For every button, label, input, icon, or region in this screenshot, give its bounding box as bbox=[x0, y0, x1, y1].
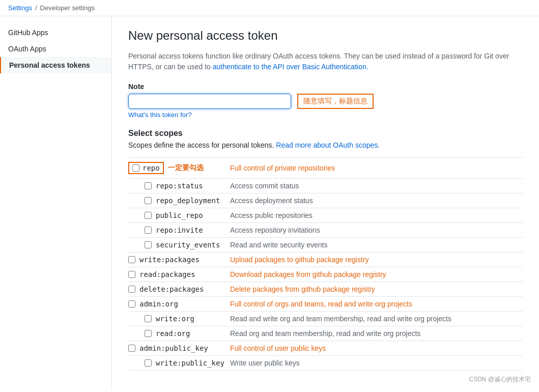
scope-name-admin-public-key: admin:public_key bbox=[139, 344, 208, 352]
checkbox-security-events[interactable] bbox=[145, 241, 152, 248]
must-check-label: 一定要勾选 bbox=[168, 163, 204, 173]
scope-name-repo-status: repo:status bbox=[156, 182, 203, 190]
checkbox-delete-packages[interactable] bbox=[128, 286, 135, 293]
scope-row-repo-status: repo:status Access commit status bbox=[128, 178, 523, 193]
scope-row-repo-invite: repo:invite Access repository invitation… bbox=[128, 222, 523, 237]
checkbox-repo-status[interactable] bbox=[145, 182, 152, 189]
note-label: Note bbox=[128, 82, 523, 91]
note-hint-box: 随意填写，标题信息 bbox=[297, 94, 374, 109]
scope-name-read-org: read:org bbox=[156, 329, 190, 338]
api-auth-link[interactable]: authenticate to the API over Basic Authe… bbox=[213, 63, 368, 71]
note-form-group: Note 随意填写，标题信息 What's this token for? bbox=[128, 82, 523, 119]
checkbox-read-packages[interactable] bbox=[128, 271, 135, 278]
scope-name-repo-invite: repo:invite bbox=[156, 226, 203, 234]
oauth-scopes-link[interactable]: Read more about OAuth scopes. bbox=[276, 141, 380, 149]
sidebar-item-github-apps[interactable]: GitHub Apps bbox=[0, 24, 111, 41]
scope-name-repo-deployment: repo_deployment bbox=[156, 197, 220, 205]
checkbox-repo-deployment[interactable] bbox=[145, 197, 152, 204]
page-title: New personal access token bbox=[128, 29, 523, 43]
scope-desc-delete-packages: Delete packages from github package regi… bbox=[230, 285, 523, 293]
scope-desc-repo-deployment: Access deployment status bbox=[230, 197, 523, 205]
scope-row-delete-packages: delete:packages Delete packages from git… bbox=[128, 282, 523, 296]
token-hint-link[interactable]: What's this token for? bbox=[128, 111, 523, 119]
scope-desc-write-packages: Upload packages to github package regist… bbox=[230, 256, 523, 264]
scope-name-write-org: write:org bbox=[156, 315, 194, 323]
scope-desc-write-org: Read and write org and team membership, … bbox=[230, 315, 523, 323]
scope-name-write-public-key: write:public_key bbox=[156, 359, 224, 367]
scope-desc-admin-org: Full control of orgs and teams, read and… bbox=[230, 300, 523, 308]
breadcrumb-settings[interactable]: Settings bbox=[8, 4, 32, 12]
scope-name-delete-packages: delete:packages bbox=[139, 285, 204, 293]
scopes-description: Scopes define the access for personal to… bbox=[128, 141, 523, 149]
breadcrumb-separator: / bbox=[35, 4, 37, 12]
sidebar-item-oauth-apps[interactable]: OAuth Apps bbox=[0, 41, 111, 57]
scope-desc-read-org: Read org and team membership, read and w… bbox=[230, 329, 523, 338]
scope-name-security-events: security_events bbox=[156, 241, 220, 249]
scope-row-admin-public-key: admin:public_key Full control of user pu… bbox=[128, 341, 523, 355]
scope-desc-repo-status: Access commit status bbox=[230, 182, 523, 190]
checkbox-write-org[interactable] bbox=[145, 315, 152, 322]
scope-row-security-events: security_events Read and write security … bbox=[128, 237, 523, 252]
checkbox-repo-invite[interactable] bbox=[145, 227, 152, 234]
scopes-title: Select scopes bbox=[128, 129, 523, 138]
page-layout: GitHub Apps OAuth Apps Personal access t… bbox=[0, 16, 539, 389]
scope-name-public-repo: public_repo bbox=[156, 211, 203, 219]
scope-desc-read-packages: Download packages from github package re… bbox=[230, 270, 523, 278]
scope-row-repo-deployment: repo_deployment Access deployment status bbox=[128, 193, 523, 208]
note-input[interactable] bbox=[128, 94, 291, 109]
scope-row-write-org: write:org Read and write org and team me… bbox=[128, 311, 523, 326]
scope-row-read-org: read:org Read org and team membership, r… bbox=[128, 326, 523, 341]
main-content: New personal access token Personal acces… bbox=[112, 16, 539, 389]
breadcrumb-developer-settings: Developer settings bbox=[40, 4, 95, 12]
note-input-wrapper: 随意填写，标题信息 bbox=[128, 94, 523, 109]
scope-name-repo: repo bbox=[143, 164, 160, 172]
page-description: Personal access tokens function like ord… bbox=[128, 51, 523, 72]
checkbox-write-packages[interactable] bbox=[128, 256, 135, 263]
scope-desc-security-events: Read and write security events bbox=[230, 241, 523, 249]
watermark: CSDN @诚心的技术宅 bbox=[469, 375, 531, 384]
checkbox-admin-org[interactable] bbox=[128, 300, 135, 307]
sidebar-item-personal-access-tokens[interactable]: Personal access tokens bbox=[0, 57, 111, 73]
scopes-section: Select scopes Scopes define the access f… bbox=[128, 129, 523, 371]
scope-row-repo: repo 一定要勾选 Full control of private repos… bbox=[128, 157, 523, 178]
scope-row-write-public-key: write:public_key Write user public keys bbox=[128, 355, 523, 371]
scope-desc-repo: Full control of private repositories bbox=[230, 164, 523, 172]
scope-row-write-packages: write:packages Upload packages to github… bbox=[128, 252, 523, 267]
scope-row-read-packages: read:packages Download packages from git… bbox=[128, 267, 523, 282]
checkbox-read-org[interactable] bbox=[145, 330, 152, 337]
scope-row-admin-org: admin:org Full control of orgs and teams… bbox=[128, 296, 523, 311]
scope-desc-repo-invite: Access repository invitations bbox=[230, 226, 523, 234]
scope-desc-admin-public-key: Full control of user public keys bbox=[230, 344, 523, 352]
scope-name-write-packages: write:packages bbox=[139, 256, 200, 264]
scope-name-admin-org: admin:org bbox=[139, 300, 178, 308]
scope-name-read-packages: read:packages bbox=[139, 270, 195, 278]
scope-desc-public-repo: Access public repositories bbox=[230, 211, 523, 219]
scope-desc-write-public-key: Write user public keys bbox=[230, 359, 523, 367]
sidebar: GitHub Apps OAuth Apps Personal access t… bbox=[0, 16, 112, 389]
checkbox-repo[interactable] bbox=[132, 164, 139, 172]
breadcrumb: Settings / Developer settings bbox=[0, 0, 539, 16]
checkbox-write-public-key[interactable] bbox=[145, 359, 152, 367]
scope-row-public-repo: public_repo Access public repositories bbox=[128, 208, 523, 222]
checkbox-admin-public-key[interactable] bbox=[128, 345, 135, 352]
checkbox-public-repo[interactable] bbox=[145, 212, 152, 219]
